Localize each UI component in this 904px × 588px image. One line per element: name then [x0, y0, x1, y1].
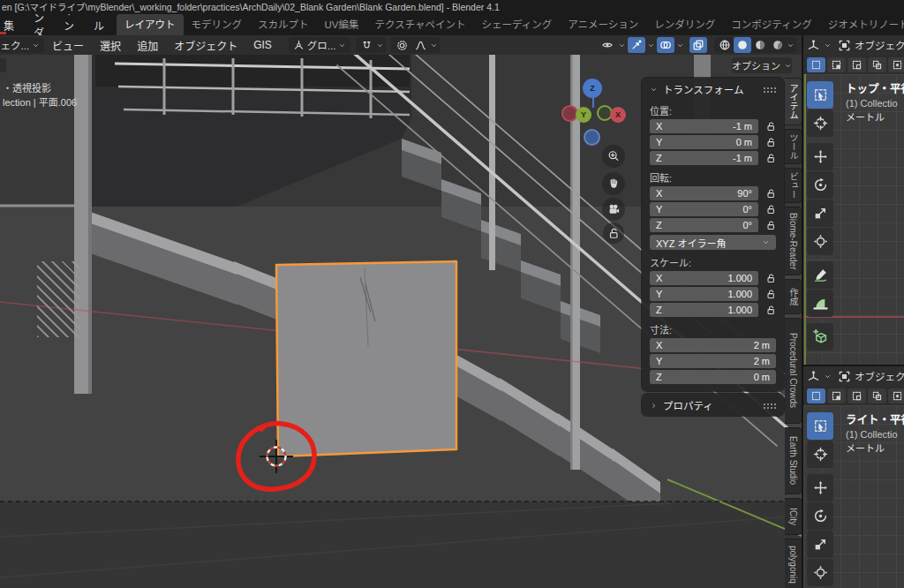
select-mode-1[interactable] [827, 388, 846, 403]
pan-button[interactable] [602, 172, 625, 195]
viewport-menu-GIS[interactable]: GIS [253, 39, 272, 51]
rotation-y-lock-icon[interactable] [758, 204, 776, 215]
select-mode-3[interactable] [868, 57, 886, 72]
workspace-tab-シェーディング[interactable]: シェーディング [474, 14, 561, 35]
scale-z-field[interactable]: Z1.000 [650, 303, 758, 317]
sidebar-tab-polygoniq[interactable]: polygoniq [785, 539, 802, 588]
rendered-shading-icon[interactable] [769, 37, 787, 53]
zoom-button[interactable] [602, 145, 625, 168]
tool-move[interactable] [807, 143, 833, 170]
rotation-y-field[interactable]: Y0° [650, 202, 758, 216]
gizmo-y-axis[interactable]: Y [576, 107, 591, 123]
dimensions-y-field[interactable]: Y2 m [650, 354, 776, 368]
location-z-field[interactable]: Z-1 m [650, 151, 758, 165]
right-viewport-top[interactable]: トップ・平行(1) Collectioメートル [803, 74, 904, 365]
viewport-menu-ビュー[interactable]: ビュー [52, 38, 84, 53]
location-y-lock-icon[interactable] [758, 137, 776, 147]
scale-x-lock-icon[interactable] [758, 273, 776, 283]
object-mode-dropdown[interactable]: ジェク... [0, 37, 44, 53]
tool-scale[interactable] [807, 200, 833, 227]
select-mode-3[interactable] [868, 388, 886, 403]
menu-ヘルプ[interactable]: ヘルプ [94, 14, 104, 35]
menu-集[interactable]: 集 [4, 18, 14, 33]
proportional-edit-icon[interactable] [393, 37, 411, 53]
viewport-menu-追加[interactable]: 追加 [137, 38, 158, 53]
transform-panel-header[interactable]: トランスフォーム [642, 78, 784, 100]
tool-cursor[interactable] [807, 441, 833, 468]
snap-magnet-icon[interactable] [358, 37, 375, 53]
scale-z-lock-icon[interactable] [758, 305, 776, 315]
visibility-filter-icon[interactable] [599, 37, 616, 53]
select-mode-4[interactable] [888, 388, 904, 403]
solid-shading-icon[interactable] [734, 37, 751, 53]
workspace-tab-コンポジティング[interactable]: コンポジティング [723, 14, 819, 35]
menu-ウィンドウ[interactable]: ウィンドウ [64, 14, 74, 35]
selected-plane[interactable] [276, 261, 456, 456]
object-mode-icon[interactable] [838, 370, 851, 383]
workspace-tab-レンダリング[interactable]: レンダリング [646, 14, 723, 35]
tool-cursor[interactable] [807, 109, 833, 137]
scale-y-lock-icon[interactable] [758, 289, 776, 299]
workspace-tab-スカルプト[interactable]: スカルプト [250, 14, 317, 35]
location-z-lock-icon[interactable] [758, 153, 776, 163]
scale-y-field[interactable]: Y1.000 [650, 287, 758, 301]
drag-handle[interactable] [763, 403, 776, 409]
falloff-icon[interactable] [411, 37, 429, 53]
sidebar-tab-ICity[interactable]: ICity [785, 498, 802, 535]
sidebar-tab-アイテム[interactable]: アイテム [785, 78, 802, 125]
rotation-mode-dropdown[interactable]: XYZ オイラー角 [650, 235, 776, 250]
lock-view-button[interactable] [603, 222, 624, 244]
tool-measure[interactable] [807, 290, 833, 317]
workspace-tab-レイアウト[interactable]: レイアウト [117, 14, 184, 35]
select-mode-0[interactable] [807, 57, 825, 72]
sidebar-tab-Biome-Reader[interactable]: Biome-Reader [785, 207, 802, 275]
tool-select-box[interactable] [807, 412, 833, 440]
sidebar-tab-Procedural Crowds[interactable]: Procedural Crowds [785, 318, 802, 424]
object-mode-icon[interactable] [838, 39, 851, 52]
sidebar-tab-Earth Studio[interactable]: Earth Studio [785, 427, 802, 494]
select-mode-2[interactable] [848, 57, 866, 72]
material-shading-icon[interactable] [751, 37, 769, 53]
gizmo-neg-z-axis[interactable] [584, 129, 600, 146]
menu-レンダー[interactable]: レンダー [34, 14, 44, 35]
location-x-field[interactable]: X-1 m [650, 119, 758, 133]
editor-type-icon[interactable] [807, 39, 820, 52]
properties-panel-header[interactable]: プロパティ [642, 394, 784, 416]
sidebar-tab-作成[interactable]: 作成 [785, 279, 802, 314]
region-divider[interactable] [802, 365, 904, 366]
sidebar-tab-ビュー[interactable]: ビュー [785, 168, 802, 203]
rotation-x-lock-icon[interactable] [758, 188, 776, 199]
camera-view-button[interactable] [602, 198, 625, 221]
sidebar-tab-ツール[interactable]: ツール [785, 129, 802, 164]
workspace-tab-アニメーション[interactable]: アニメーション [560, 14, 646, 35]
gizmo-z-axis[interactable]: Z [583, 79, 602, 98]
tool-select-box[interactable] [807, 81, 833, 109]
tool-transform[interactable] [807, 228, 833, 255]
workspace-tab-ジオメトリノード[interactable]: ジオメトリノード [820, 14, 904, 35]
viewport-menu-オブジェクト[interactable]: オブジェクト [174, 38, 237, 53]
wireframe-shading-icon[interactable] [716, 37, 734, 53]
scale-x-field[interactable]: X1.000 [650, 271, 758, 285]
tool-rotate[interactable] [807, 502, 833, 530]
xray-toggle-icon[interactable] [689, 37, 707, 53]
tool-rotate[interactable] [807, 171, 833, 199]
workspace-tab-モデリング[interactable]: モデリング [184, 14, 251, 35]
right-viewport-bottom[interactable]: ライト・平行(1) Collectioメートル [803, 405, 904, 588]
dimensions-z-field[interactable]: Z0 m [650, 370, 776, 384]
drag-handle[interactable] [763, 87, 776, 93]
select-mode-0[interactable] [807, 388, 825, 403]
dimensions-x-field[interactable]: X2 m [650, 338, 776, 352]
location-x-lock-icon[interactable] [758, 121, 776, 132]
tool-transform[interactable] [807, 559, 833, 586]
tool-annotate[interactable] [807, 261, 833, 289]
gizmo-toggle-icon[interactable] [628, 37, 645, 53]
rotation-z-field[interactable]: Z0° [650, 218, 758, 232]
select-mode-4[interactable] [888, 57, 904, 72]
transform-orientation-dropdown[interactable]: グロ... [289, 37, 351, 53]
tool-move[interactable] [807, 474, 833, 501]
rotation-z-lock-icon[interactable] [758, 220, 776, 230]
workspace-tab-UV編集[interactable]: UV編集 [317, 14, 367, 35]
options-button[interactable]: オプション [732, 57, 792, 73]
workspace-tab-テクスチャペイント[interactable]: テクスチャペイント [367, 14, 474, 35]
gizmo-x-axis[interactable]: X [610, 107, 626, 123]
